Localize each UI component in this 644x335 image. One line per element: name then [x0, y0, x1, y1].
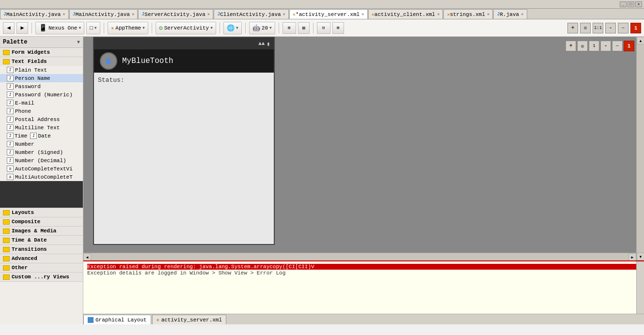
item-label: Password [15, 84, 41, 90]
item-multiauto[interactable]: a MultiAutoCompleteT [0, 173, 83, 181]
vscroll-track[interactable] [637, 45, 644, 253]
activity-server-xml-label: activity_server.xml [161, 317, 222, 323]
item-password-numeric[interactable]: I Password (Numeric) [0, 91, 83, 99]
item-multiline-text[interactable]: I Multiline Text [0, 123, 83, 132]
tab-close-icon[interactable]: ✕ [487, 12, 489, 17]
item-email[interactable]: I E-mail [0, 99, 83, 107]
item-label: Number [15, 141, 34, 147]
canvas-zoom-actual-btn[interactable]: 1 [589, 41, 599, 51]
tab-graphical-layout[interactable]: Graphical Layout [83, 315, 151, 324]
zoom-in-button[interactable]: + [567, 23, 578, 33]
zoom-out-button-1[interactable]: - [605, 23, 616, 33]
section-transitions-header[interactable]: Transitions [0, 245, 83, 254]
item-label-time[interactable]: Time [15, 133, 27, 139]
tab-strings-xml[interactable]: ✕ strings.xml ✕ [443, 9, 493, 19]
tab-close-icon[interactable]: ✕ [63, 12, 65, 17]
item-postal-address[interactable]: I Postal Address [0, 115, 83, 123]
activity-selector[interactable]: ⚙ ServerActivity ▼ [156, 22, 216, 34]
tab-close-icon[interactable]: ✕ [132, 12, 134, 17]
phone-titlebar: ʙ MyBlueTooth [94, 49, 274, 73]
item-label-date[interactable]: Date [38, 133, 50, 139]
tab-r-java[interactable]: J R.java ✕ [493, 9, 527, 19]
palette-collapse-icon[interactable]: ▼ [77, 40, 80, 45]
canvas-zoom-in-btn[interactable]: + [565, 41, 576, 51]
design-canvas[interactable]: ▲▲ ▮ ʙ MyBlueTooth Status: + ◎ 1 - [83, 37, 644, 260]
section-custom-views-header[interactable]: Custom ...ry Views [0, 273, 83, 281]
tab-activity-client-xml[interactable]: ✕ activity_client.xml ✕ [368, 9, 443, 19]
item-phone[interactable]: I Phone [0, 107, 83, 115]
layout-view-btn-4[interactable]: ⊠ [332, 22, 344, 34]
canvas-hscrollbar[interactable]: ◀ ▶ [83, 253, 636, 260]
tab-close-icon[interactable]: ✕ [361, 12, 364, 17]
zoom-fit-button[interactable]: ◎ [580, 23, 591, 33]
tab-label: activity_client.xml [375, 12, 435, 17]
tab-close-icon[interactable]: ✕ [283, 12, 285, 17]
item-plain-text[interactable]: I Plain Text [0, 66, 83, 74]
canvas-zoom-out-btn-2[interactable]: — [612, 41, 623, 51]
tab-close-icon[interactable]: ✕ [207, 12, 210, 17]
section-text-fields: Text Fields I Plain Text I Person Name I… [0, 57, 83, 208]
tab-activity-server-xml-bottom[interactable]: ✕ activity_server.xml [152, 315, 226, 324]
tab-mainactivity-1[interactable]: J MainActivity.java ✕ [0, 9, 69, 19]
zoom-out-button-2[interactable]: — [618, 23, 628, 33]
nav-forward-button[interactable]: ▶ [16, 22, 28, 34]
api-selector[interactable]: 🤖 20 ▼ [249, 22, 275, 34]
section-custom-views-label: Custom ...ry Views [12, 274, 69, 280]
hscroll-left-btn[interactable]: ◀ [83, 253, 91, 260]
folder-icon [3, 256, 10, 261]
item-autocomplete[interactable]: a AutoCompleteTextVi [0, 165, 83, 173]
layout-view-btn-3[interactable]: ⊟ [317, 22, 330, 34]
section-custom-views: Custom ...ry Views [0, 273, 83, 282]
theme-selector[interactable]: ★ AppTheme ▼ [108, 22, 148, 34]
close-button[interactable]: ✕ [635, 1, 642, 7]
section-layouts-header[interactable]: Layouts [0, 208, 83, 217]
vscroll-up-btn[interactable]: ▲ [637, 37, 644, 45]
tab-serveractivity[interactable]: J ServerActivity.java ✕ [138, 9, 213, 19]
section-advanced-header[interactable]: Advanced [0, 254, 83, 263]
maximize-button[interactable]: □ [628, 1, 634, 7]
item-number-decimal[interactable]: I Number (Decimal) [0, 156, 83, 165]
item-password[interactable]: I Password [0, 82, 83, 91]
section-form-widgets-header[interactable]: Form Widgets [0, 48, 83, 57]
palette-title: Palette [3, 39, 27, 46]
canvas-vscrollbar[interactable]: ▲ ▼ [636, 37, 644, 260]
device-selector[interactable]: 📱 Nexus One ▼ [35, 22, 84, 34]
tab-close-icon[interactable]: ✕ [521, 12, 523, 17]
tab-clientactivity[interactable]: J ClientActivity.java ✕ [214, 9, 289, 19]
vscroll-down-btn[interactable]: ▼ [637, 253, 644, 260]
section-other-header[interactable]: Other [0, 263, 83, 272]
language-selector[interactable]: 🌐 ▼ [223, 22, 242, 34]
canvas-zoom-out-btn-1[interactable]: - [600, 41, 611, 51]
screen-size-button[interactable]: □ ▼ [86, 22, 100, 34]
canvas-zoom-fit-btn[interactable]: ◎ [577, 41, 588, 51]
canvas-zoom-controls: + ◎ 1 - — 1 [565, 41, 634, 51]
section-composite-header[interactable]: Composite [0, 217, 83, 226]
item-number-signed[interactable]: I Number (Signed) [0, 148, 83, 156]
number-decimal-icon: I [7, 157, 14, 164]
hscroll-track[interactable] [91, 253, 628, 260]
folder-icon [3, 238, 10, 243]
device-label: Nexus One [48, 25, 77, 31]
nav-back-button[interactable]: ◀ [3, 22, 15, 34]
minimize-button[interactable]: _ [620, 1, 627, 7]
zoom-actual-button[interactable]: 1:1 [593, 23, 603, 33]
section-text-fields-header[interactable]: Text Fields [0, 57, 83, 66]
folder-icon [3, 228, 10, 234]
folder-icon [3, 219, 10, 225]
error-vscrollbar[interactable] [636, 261, 644, 314]
item-person-name[interactable]: I Person Name [0, 74, 83, 82]
hscroll-right-btn[interactable]: ▶ [628, 253, 636, 260]
layout-view-btn-2[interactable]: ▤ [298, 22, 310, 34]
language-icon: 🌐 [227, 24, 235, 32]
activity-icon: ⚙ [159, 24, 163, 32]
tab-activity-server-xml[interactable]: ✕ *activity_server.xml ✕ [289, 9, 367, 19]
battery-icon: ▮ [267, 41, 270, 47]
section-time-date-header[interactable]: Time & Date [0, 236, 83, 244]
error-text-1: Exception raised during rendering: java.… [87, 264, 314, 270]
layout-view-btn-1[interactable]: ⊞ [283, 22, 296, 34]
item-number[interactable]: I Number [0, 140, 83, 148]
phone-icon: I [7, 108, 14, 114]
section-images-media-header[interactable]: Images & Media [0, 227, 83, 235]
tab-close-icon[interactable]: ✕ [437, 12, 440, 17]
tab-mainactivity-2[interactable]: J MainActivity.java ✕ [69, 9, 138, 19]
